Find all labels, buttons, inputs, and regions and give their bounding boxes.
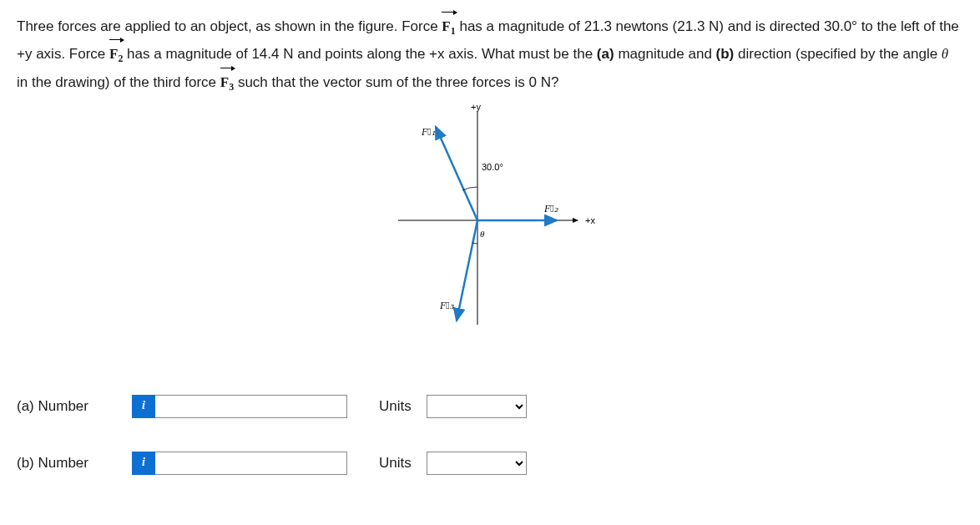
svg-text:30.0°: 30.0° bbox=[482, 162, 503, 172]
vector-f2: F2 bbox=[109, 39, 123, 67]
units-label-a: Units bbox=[379, 395, 412, 417]
answer-section: (a) Number i Units (b) Number i Units bbox=[17, 395, 963, 475]
svg-text:F⃗₂: F⃗₂ bbox=[543, 203, 559, 215]
row-a-label: (a) Number bbox=[17, 395, 117, 417]
part-b-label: (b) bbox=[716, 46, 735, 62]
answer-row-a: (a) Number i Units bbox=[17, 395, 963, 418]
svg-text:+y: +y bbox=[471, 103, 481, 112]
part-a-label: (a) bbox=[597, 46, 614, 62]
row-b-label: (b) Number bbox=[17, 452, 117, 474]
units-label-b: Units bbox=[379, 452, 412, 474]
text: in the drawing) of the third force bbox=[17, 74, 220, 90]
vector-f1: F1 bbox=[442, 12, 455, 39]
svg-line-9 bbox=[457, 220, 477, 321]
svg-line-4 bbox=[436, 127, 477, 220]
svg-text:F⃗₃: F⃗₃ bbox=[439, 300, 455, 311]
number-input-a[interactable] bbox=[155, 395, 347, 418]
theta-symbol: θ bbox=[942, 46, 948, 62]
text: has a magnitude of 14.4 N and points alo… bbox=[127, 46, 597, 62]
text: magnitude and bbox=[618, 46, 715, 62]
units-select-b[interactable] bbox=[427, 452, 527, 475]
force-diagram: +y +x F⃗₁ 30.0° F⃗₂ F⃗₃ θ bbox=[17, 103, 963, 344]
text: direction (specified by the angle bbox=[738, 46, 942, 62]
svg-text:F⃗₁: F⃗₁ bbox=[421, 126, 436, 138]
info-icon[interactable]: i bbox=[132, 395, 155, 418]
info-icon[interactable]: i bbox=[132, 452, 155, 475]
svg-text:θ: θ bbox=[480, 229, 485, 239]
text: such that the vector sum of the three fo… bbox=[238, 74, 559, 90]
text: Three forces are applied to an object, a… bbox=[17, 18, 442, 34]
answer-row-b: (b) Number i Units bbox=[17, 452, 963, 475]
svg-text:+x: +x bbox=[585, 215, 595, 225]
units-select-a[interactable] bbox=[427, 395, 527, 418]
problem-statement: Three forces are applied to an object, a… bbox=[17, 12, 963, 95]
vector-f3: F3 bbox=[220, 68, 234, 95]
number-input-b[interactable] bbox=[155, 452, 347, 475]
